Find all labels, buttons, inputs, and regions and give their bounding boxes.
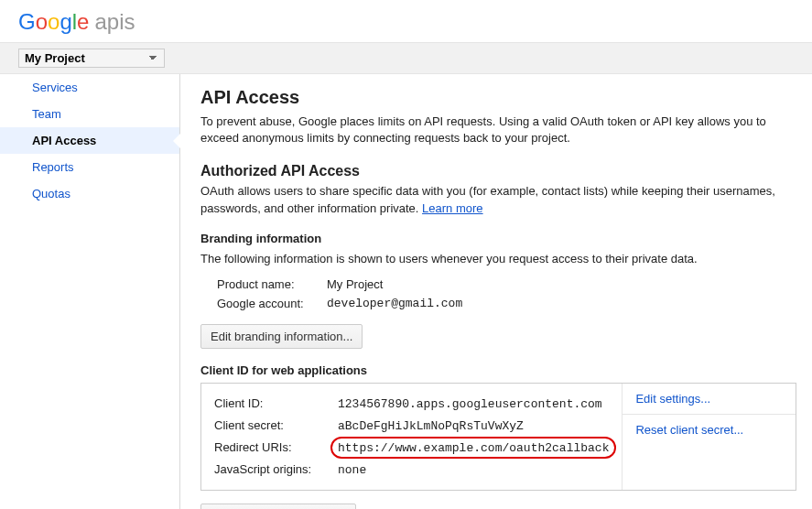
branding-info: Product name: My Project Google account:… bbox=[217, 275, 796, 313]
main-content: API Access To prevent abuse, Google plac… bbox=[180, 74, 812, 509]
js-origins-label: JavaScript origins: bbox=[214, 462, 338, 476]
create-client-id-button[interactable]: Create another client ID... bbox=[200, 504, 356, 509]
logo-bar: Googleapis bbox=[0, 0, 812, 42]
reset-client-secret-link[interactable]: Reset client secret... bbox=[623, 415, 796, 445]
project-select[interactable]: My Project bbox=[18, 49, 165, 68]
client-id-box: Client ID: 1234567890.apps.googleusercon… bbox=[200, 383, 796, 491]
authorized-heading: Authorized API Access bbox=[200, 163, 796, 179]
sidebar: Services Team API Access Reports Quotas bbox=[0, 74, 180, 509]
google-logo: Googleapis bbox=[18, 9, 135, 34]
product-name-label: Product name: bbox=[217, 277, 327, 291]
edit-branding-button[interactable]: Edit branding information... bbox=[200, 324, 363, 349]
client-id-heading: Client ID for web applications bbox=[200, 363, 796, 377]
google-account-label: Google account: bbox=[217, 297, 327, 310]
intro-text: To prevent abuse, Google places limits o… bbox=[200, 114, 796, 146]
js-origins-value: none bbox=[338, 463, 366, 477]
client-secret-label: Client secret: bbox=[214, 418, 338, 432]
edit-settings-link[interactable]: Edit settings... bbox=[623, 384, 796, 415]
branding-text: The following information is shown to us… bbox=[200, 251, 796, 267]
google-account-value: developer@gmail.com bbox=[327, 297, 462, 310]
client-id-label: Client ID: bbox=[214, 396, 338, 410]
sidebar-item-api-access[interactable]: API Access bbox=[0, 127, 179, 154]
client-secret-value: aBcDeFgHiJkLmNoPqRsTuVwXyZ bbox=[338, 419, 524, 433]
sidebar-item-quotas[interactable]: Quotas bbox=[0, 180, 179, 207]
apis-suffix: apis bbox=[94, 9, 135, 34]
redirect-uris-value: https://www.example.com/oauth2callback bbox=[338, 441, 609, 455]
project-bar: My Project bbox=[0, 42, 812, 74]
authorized-text: OAuth allows users to share specific dat… bbox=[200, 183, 796, 216]
learn-more-link[interactable]: Learn more bbox=[422, 201, 482, 215]
page-title: API Access bbox=[200, 87, 796, 108]
branding-heading: Branding information bbox=[200, 232, 796, 245]
redirect-uris-label: Redirect URIs: bbox=[214, 440, 338, 454]
client-id-value: 1234567890.apps.googleusercontent.com bbox=[338, 397, 602, 411]
sidebar-item-services[interactable]: Services bbox=[0, 74, 179, 101]
product-name-value: My Project bbox=[327, 277, 383, 291]
sidebar-item-reports[interactable]: Reports bbox=[0, 154, 179, 180]
sidebar-item-team[interactable]: Team bbox=[0, 101, 179, 127]
